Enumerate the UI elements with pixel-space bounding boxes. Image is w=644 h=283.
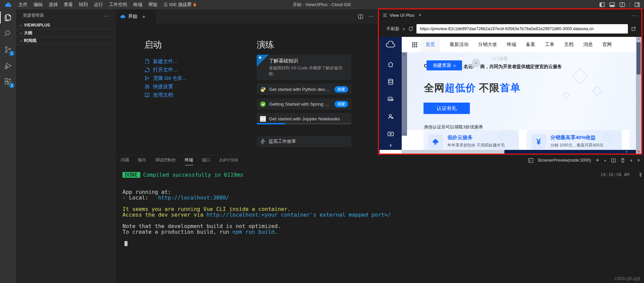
sidebar-section-viewuiplus[interactable]: › VIEWUIPLUS bbox=[16, 21, 116, 29]
promo-card-reseller[interactable]: ¥ 分销最高享40%收益 分销 1000元，最高可获400元 bbox=[527, 130, 622, 150]
walkthrough-label: 提高工作效率 bbox=[269, 138, 348, 145]
site-nav-home[interactable]: 首页 bbox=[420, 37, 440, 52]
toggle-primary-sidebar-button[interactable] bbox=[599, 2, 605, 7]
refresh-icon[interactable] bbox=[408, 26, 413, 32]
preview-tab-close-icon[interactable]: × bbox=[418, 12, 421, 18]
menu-file[interactable]: 文件 bbox=[15, 0, 31, 9]
panel-tab-output[interactable]: 输出 bbox=[138, 155, 146, 165]
menu-workspace[interactable]: 工作空间 bbox=[106, 0, 130, 9]
terminal-scrollbar-thumb[interactable] bbox=[640, 173, 641, 177]
panel-tab-problems[interactable]: 问题 bbox=[121, 155, 129, 165]
site-home-icon[interactable] bbox=[380, 56, 402, 73]
activity-explorer-button[interactable] bbox=[0, 9, 16, 25]
panel-tab-jupyter[interactable]: JUPYTER bbox=[219, 155, 238, 165]
panel-tab-ports[interactable]: 端口 bbox=[202, 155, 210, 165]
menu-run[interactable]: 运行 bbox=[91, 0, 106, 9]
activity-source-control-button[interactable]: 1 bbox=[0, 42, 16, 58]
open-external-icon[interactable] bbox=[631, 26, 636, 32]
activity-run-debug-button[interactable] bbox=[0, 58, 16, 74]
preview-tab[interactable]: View UI Plus × bbox=[383, 12, 422, 18]
walkthrough-learn-fundamentals[interactable]: ★ 了解基础知识 直接跳转到 VS Code 并概要了解必备功能。 bbox=[257, 55, 351, 80]
terminal-output[interactable]: DONECompiled successfully in 6119ms App … bbox=[122, 172, 624, 246]
menu-cloud-ide-challenge[interactable]: 云 IDE 挑战赛 bbox=[160, 0, 200, 9]
activity-extensions-button[interactable]: 3 bbox=[0, 74, 16, 90]
site-sidebar-scrollbar[interactable]: ∧ ∨ bbox=[402, 52, 407, 136]
menu-help[interactable]: 帮助 bbox=[145, 0, 160, 9]
app-logo-icon[interactable] bbox=[5, 2, 12, 7]
menu-edit[interactable]: 编辑 bbox=[31, 0, 46, 9]
preview-more-actions-button[interactable]: ··· bbox=[632, 12, 638, 18]
editor-tab-bar: 开始 × ··· bbox=[117, 9, 379, 23]
walkthrough-spring-boot[interactable]: Getting Started with Spring Bo... 新建 bbox=[257, 98, 351, 110]
horizontal-scrollbar[interactable]: › bbox=[402, 150, 636, 154]
panel-tab-debug-console[interactable]: 调试控制台 bbox=[155, 155, 176, 165]
scroll-down-icon[interactable]: ∨ bbox=[402, 132, 407, 135]
close-panel-icon[interactable]: × bbox=[637, 158, 640, 163]
scroll-up-icon[interactable]: ∧ bbox=[636, 37, 641, 41]
horizontal-scrollbar-thumb[interactable] bbox=[402, 150, 504, 154]
panel-tab-terminal[interactable]: 终端 bbox=[185, 155, 193, 165]
sidebar-more-actions-button[interactable]: ··· bbox=[104, 13, 110, 18]
vertical-scrollbar-thumb[interactable] bbox=[637, 42, 641, 74]
menu-selection[interactable]: 选择 bbox=[46, 0, 61, 9]
sidebar-header: 资源管理器 ··· bbox=[16, 9, 116, 21]
customize-layout-button[interactable] bbox=[635, 2, 640, 7]
menu-terminal[interactable]: 终端 bbox=[130, 0, 145, 9]
site-image-icon[interactable] bbox=[380, 91, 402, 108]
refresh-mode-select[interactable]: 不刷新 bbox=[386, 26, 399, 32]
site-nav-icp[interactable]: 备案 bbox=[526, 42, 535, 48]
tab-get-started[interactable]: 开始 × bbox=[117, 9, 156, 23]
sidebar-section-timeline[interactable]: › 时间线 bbox=[16, 37, 116, 45]
vertical-scrollbar[interactable]: ∧ ∨ bbox=[636, 37, 641, 154]
link-open-file[interactable]: 打开文件... bbox=[144, 66, 245, 74]
site-nav-official[interactable]: 官网 bbox=[602, 42, 612, 48]
menu-go[interactable]: 转到 bbox=[76, 0, 91, 9]
walkthrough-python[interactable]: Get started with Python develo... 新建 bbox=[257, 83, 351, 95]
kill-terminal-icon[interactable] bbox=[621, 158, 625, 163]
cloud-tab-icon bbox=[120, 14, 126, 18]
promo-card-partial[interactable] bbox=[630, 130, 636, 150]
link-documentation[interactable]: 使用文档 bbox=[144, 91, 245, 99]
site-nav-activities[interactable]: 最新活动 bbox=[450, 42, 468, 48]
site-user-icon[interactable] bbox=[380, 108, 402, 125]
site-nav-docs[interactable]: 文档 bbox=[564, 42, 574, 48]
terminal-line: Access the dev server via http://localho… bbox=[122, 212, 624, 218]
walkthrough-description: 直接跳转到 VS Code 并概要了解必备功能。 bbox=[269, 65, 347, 77]
site-nav-tickets[interactable]: 工单 bbox=[545, 42, 554, 48]
activity-search-button[interactable] bbox=[0, 25, 16, 42]
sidebar-section-outline[interactable]: › 大纲 bbox=[16, 29, 116, 37]
verify-gift-button[interactable]: 认证有礼 bbox=[424, 103, 470, 114]
terminal-dropdown-icon[interactable]: ∨ bbox=[604, 159, 606, 162]
carousel-next-icon[interactable]: › bbox=[626, 149, 627, 154]
maximize-panel-icon[interactable]: ∧ bbox=[630, 158, 633, 163]
scroll-up-icon[interactable]: ∧ bbox=[402, 53, 407, 56]
link-new-file[interactable]: 新建文件... bbox=[144, 57, 245, 66]
link-clone-git-repo[interactable]: 克隆 Git 仓库... bbox=[144, 74, 245, 82]
tab-close-icon[interactable]: × bbox=[142, 14, 145, 19]
walkthrough-productivity[interactable]: 提高工作效率 bbox=[257, 136, 351, 147]
site-database-icon[interactable] bbox=[380, 73, 402, 91]
toggle-panel-button[interactable] bbox=[609, 2, 615, 7]
split-terminal-icon[interactable] bbox=[611, 158, 616, 163]
site-nav-messages[interactable]: 消息 bbox=[583, 42, 593, 48]
apps-grid-icon[interactable] bbox=[412, 42, 417, 48]
chevron-down-icon[interactable]: ∨ bbox=[402, 27, 405, 31]
terminal-session-select[interactable]: BrowserPreview(node:3000) bbox=[538, 158, 591, 163]
split-editor-icon[interactable] bbox=[358, 14, 363, 19]
toggle-secondary-sidebar-button[interactable] bbox=[620, 2, 625, 7]
site-app-icon[interactable] bbox=[380, 125, 402, 143]
localhost-link[interactable]: http://localhost:3000/ bbox=[158, 194, 229, 201]
promo-card-cheap-cloud[interactable]: 低价云服务 年年享受折扣价 不用四处薅羊毛 bbox=[424, 130, 519, 150]
create-resource-button[interactable]: 创建资源 ∨ bbox=[427, 60, 462, 70]
walkthrough-jupyter[interactable]: Get started with Jupyter Notebooks bbox=[257, 113, 351, 124]
menu-view[interactable]: 查看 bbox=[61, 0, 76, 9]
preview-url-input[interactable] bbox=[416, 24, 628, 34]
link-quick-settings[interactable]: 快捷设置 bbox=[144, 82, 245, 91]
new-terminal-button[interactable]: + bbox=[596, 157, 599, 164]
scroll-down-icon[interactable]: ∨ bbox=[636, 150, 641, 153]
editor-more-actions-button[interactable]: ··· bbox=[368, 13, 374, 19]
site-sidebar-expand-icon[interactable]: › bbox=[380, 142, 402, 149]
site-nav-terminal[interactable]: 终端 bbox=[507, 42, 516, 48]
site-nav-reseller[interactable]: 分销大使 bbox=[478, 42, 497, 48]
preview-toolbar: 不刷新 ∨ bbox=[379, 21, 642, 37]
